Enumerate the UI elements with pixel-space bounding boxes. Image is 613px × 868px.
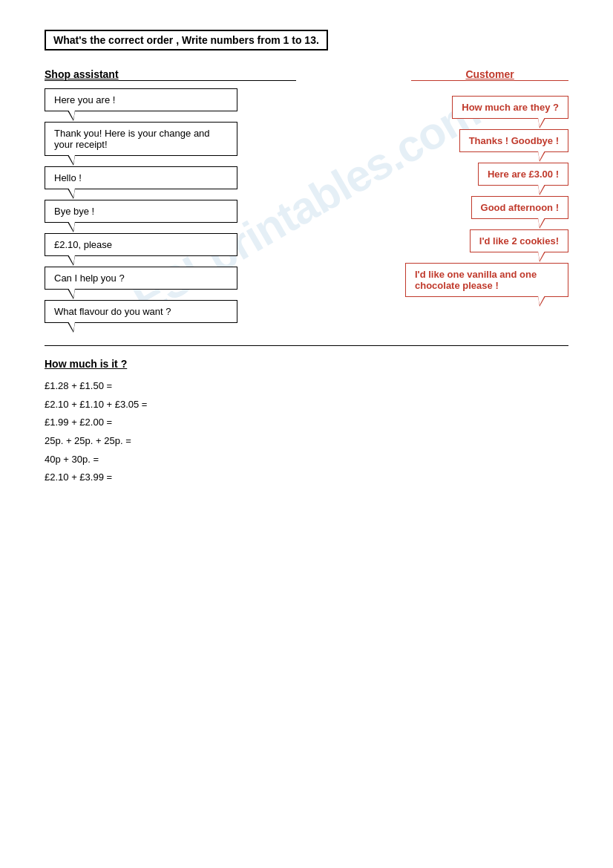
conversation-area: ESLprintables.com Here you are ! Thank y… <box>45 88 568 323</box>
bubble-right-3: Here are £3.00 ! <box>478 163 568 186</box>
bubble-right-2: Thanks ! Goodbye ! <box>459 129 568 152</box>
bubble-right-1: How much are they ? <box>452 96 568 119</box>
bubble-right-6: I'd like one vanilla and one chocolate p… <box>405 263 568 297</box>
bubble-left-7: What flavour do you want ? <box>45 300 237 323</box>
left-column-label: Shop assistant <box>45 68 296 81</box>
bubble-left-4: Bye bye ! <box>45 200 237 223</box>
bubble-left-2: Thank you! Here is your change and your … <box>45 122 237 156</box>
right-column: How much are they ? Thanks ! Goodbye ! H… <box>338 96 568 323</box>
math-item-1: £1.28 + £1.50 = <box>45 377 568 396</box>
math-item-5: 40p + 30p. = <box>45 451 568 469</box>
math-item-2: £2.10 + £1.10 + £3.05 = <box>45 396 568 414</box>
math-item-3: £1.99 + £2.00 = <box>45 414 568 432</box>
title-text: What's the correct order , Write numbers… <box>53 34 319 46</box>
bubble-left-5: £2.10, please <box>45 233 237 256</box>
title-box: What's the correct order , Write numbers… <box>45 30 328 50</box>
left-column: Here you are ! Thank you! Here is your c… <box>45 88 296 323</box>
right-column-label: Customer <box>411 68 568 81</box>
bubble-right-5: I'd like 2 cookies! <box>470 229 568 252</box>
math-item-4: 25p. + 25p. + 25p. = <box>45 432 568 451</box>
columns-header: Shop assistant Customer <box>45 68 568 81</box>
math-list: £1.28 + £1.50 = £2.10 + £1.10 + £3.05 = … <box>45 377 568 487</box>
bubble-left-3: Hello ! <box>45 166 237 189</box>
bottom-title: How much is it ? <box>45 358 568 370</box>
bubble-right-4: Good afternoon ! <box>471 196 568 219</box>
bubble-left-6: Can I help you ? <box>45 267 237 290</box>
bottom-section: How much is it ? £1.28 + £1.50 = £2.10 +… <box>45 345 568 487</box>
bubble-left-1: Here you are ! <box>45 88 237 111</box>
math-item-6: £2.10 + £3.99 = <box>45 469 568 487</box>
